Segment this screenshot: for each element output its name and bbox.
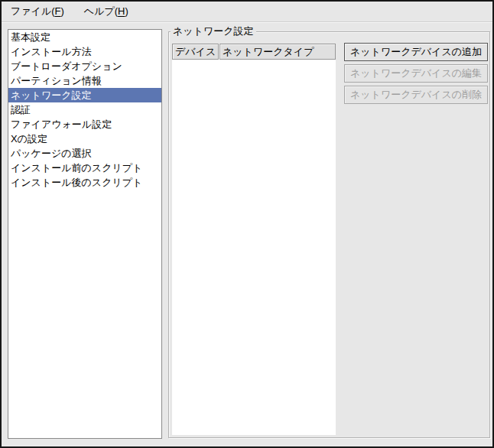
section-list: 基本設定 インストール方法 ブートローダオプション パーティション情報 ネットワ… <box>8 29 162 439</box>
sidebar-item-bootloader-options[interactable]: ブートローダオプション <box>8 59 161 73</box>
sidebar-item-x-configuration[interactable]: Xの設定 <box>8 131 161 146</box>
column-header-device[interactable]: デバイス <box>172 44 219 60</box>
sidebar-item-authentication[interactable]: 認証 <box>8 102 161 117</box>
menu-bar: ファイル(F) ヘルプ(H) <box>2 2 492 22</box>
sidebar-item-network-settings[interactable]: ネットワーク設定 <box>8 88 161 102</box>
menu-help-label-close: ) <box>125 5 128 17</box>
sidebar-item-pre-install-script[interactable]: インストール前のスクリプト <box>8 161 161 175</box>
table-body-empty[interactable] <box>172 60 336 435</box>
add-network-device-button[interactable]: ネットワークデバイスの追加 <box>344 43 488 61</box>
sidebar-item-package-selection[interactable]: パッケージの選択 <box>8 146 161 161</box>
edit-network-device-button[interactable]: ネットワークデバイスの編集 <box>344 64 488 83</box>
application-window: ファイル(F) ヘルプ(H) 基本設定 インストール方法 ブートローダオプション… <box>0 0 494 448</box>
menu-file-label: ファイル( <box>11 5 55 17</box>
sidebar-item-installation-method[interactable]: インストール方法 <box>8 44 161 59</box>
network-settings-frame-title: ネットワーク設定 <box>171 25 256 37</box>
menu-help[interactable]: ヘルプ(H) <box>84 5 128 18</box>
delete-network-device-button[interactable]: ネットワークデバイスの削除 <box>344 86 488 104</box>
menu-file-label-close: ) <box>61 5 64 17</box>
sidebar-item-basic-settings[interactable]: 基本設定 <box>8 30 161 44</box>
sidebar-item-partition-info[interactable]: パーティション情報 <box>8 73 161 88</box>
menu-help-label: ヘルプ( <box>84 5 118 17</box>
menu-file[interactable]: ファイル(F) <box>11 5 64 18</box>
network-device-table: デバイス ネットワークタイプ <box>172 44 336 435</box>
menu-help-accelerator: H <box>118 5 125 17</box>
sidebar-item-post-install-script[interactable]: インストール後のスクリプト <box>8 175 161 190</box>
menu-file-accelerator: F <box>55 5 61 17</box>
sidebar-item-firewall-settings[interactable]: ファイアウォール設定 <box>8 117 161 131</box>
column-header-network-type[interactable]: ネットワークタイプ <box>219 44 336 60</box>
table-header-row: デバイス ネットワークタイプ <box>172 44 336 60</box>
